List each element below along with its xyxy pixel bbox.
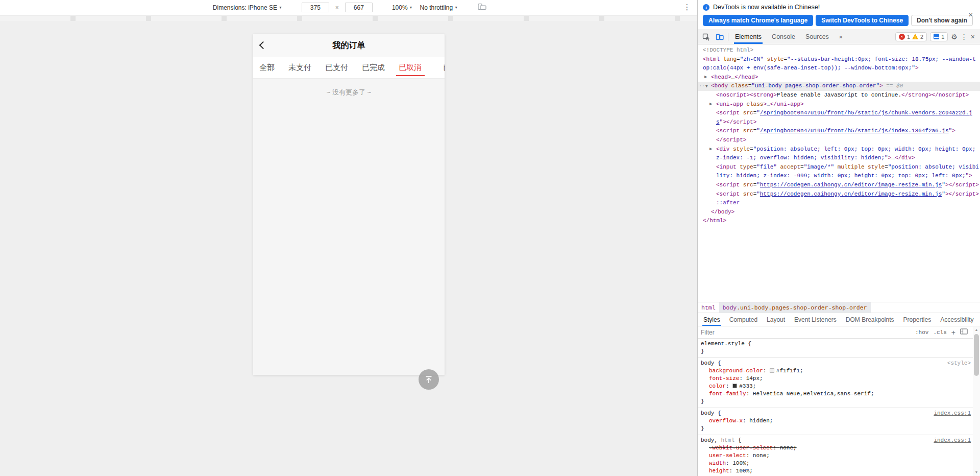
tree-line[interactable]: </html> bbox=[698, 217, 980, 226]
message-count: 1 bbox=[941, 34, 944, 40]
messages-badge[interactable]: 1 bbox=[930, 32, 948, 41]
sidebar-tab[interactable]: Accessibility bbox=[936, 313, 978, 326]
issues-badge[interactable]: × 1 ! 2 bbox=[895, 32, 927, 41]
tree-line[interactable]: ▶<uni-app class>…</uni-app> bbox=[698, 100, 980, 109]
toggle-hover-state[interactable]: :hov bbox=[915, 329, 928, 336]
back-chevron-icon[interactable] bbox=[259, 41, 267, 50]
infobar-message: DevTools is now available in Chinese! bbox=[713, 4, 820, 11]
toggle-element-classes[interactable]: .cls bbox=[933, 329, 946, 336]
viewport-width-input[interactable] bbox=[302, 3, 329, 12]
sidebar-tab[interactable]: Styles bbox=[699, 313, 725, 326]
css-declaration[interactable]: -webkit-user-select: none; bbox=[701, 444, 971, 452]
zoom-select[interactable]: 100% ▼ bbox=[390, 3, 415, 12]
styles-filter-input[interactable] bbox=[701, 329, 911, 336]
device-select[interactable]: Dimensions: iPhone SE ▼ bbox=[211, 3, 284, 12]
tree-line[interactable]: z-index: -1; overflow: hidden; visibilit… bbox=[698, 154, 980, 163]
style-rule[interactable]: body, html {index.css:1-webkit-user-sele… bbox=[698, 435, 980, 475]
elements-tree: <!DOCTYPE html><html lang="zh-CN" style=… bbox=[698, 44, 980, 302]
infobar-close-icon[interactable]: × bbox=[968, 11, 973, 18]
tree-line[interactable]: ▶<head>…</head> bbox=[698, 73, 980, 82]
css-declaration[interactable]: font-family: Helvetica Neue,Helvetica,sa… bbox=[701, 390, 971, 398]
tree-line[interactable]: op:calc(44px + env(safe-area-inset-top))… bbox=[698, 64, 980, 73]
back-to-top-button[interactable] bbox=[419, 369, 439, 390]
viewport-height-input[interactable] bbox=[345, 3, 373, 12]
sidebar-tab[interactable]: Properties bbox=[899, 313, 936, 326]
device-toolbar-toggle-icon[interactable] bbox=[713, 31, 726, 43]
scrollbar-thumb[interactable] bbox=[974, 334, 979, 376]
breadcrumb-item[interactable]: body.uni-body.pages-shop-order-shop-orde… bbox=[719, 302, 871, 313]
css-declaration[interactable]: height: 100%; bbox=[701, 467, 971, 475]
new-style-rule-icon[interactable]: + bbox=[951, 328, 955, 337]
order-tab[interactable]: 已 bbox=[435, 57, 445, 78]
css-declaration[interactable]: background-color: #f1f1f1; bbox=[701, 367, 971, 375]
sidebar-tab[interactable]: DOM Breakpoints bbox=[841, 313, 899, 326]
tree-line[interactable]: <input type="file" accept="image/*" mult… bbox=[698, 163, 980, 172]
sidebar-tab[interactable]: Computed bbox=[725, 313, 762, 326]
chevron-down-icon: ▼ bbox=[279, 6, 282, 9]
zoom-value: 100% bbox=[392, 4, 408, 11]
css-declaration[interactable]: font-size: 14px; bbox=[701, 375, 971, 383]
tree-line[interactable]: <!DOCTYPE html> bbox=[698, 46, 980, 55]
expand-arrow-icon[interactable]: ▶ bbox=[704, 73, 707, 82]
tree-line[interactable]: ▶<div style="position: absolute; left: 0… bbox=[698, 145, 980, 154]
tree-line[interactable]: ···▶<body class="uni-body pages-shop-ord… bbox=[698, 82, 980, 91]
tree-line[interactable]: <script src="/springboot0n47u19u/front/h… bbox=[698, 109, 980, 118]
rotate-icon[interactable] bbox=[477, 3, 486, 12]
devtools-tabbar-tabs: ElementsConsoleSources» bbox=[730, 29, 848, 44]
scroll-down-icon[interactable]: ▼ bbox=[973, 470, 980, 474]
style-rule[interactable]: body {<style>background-color: #f1f1f1;f… bbox=[698, 358, 980, 408]
css-declaration[interactable]: width: 100%; bbox=[701, 460, 971, 467]
devtools-tab[interactable]: Console bbox=[767, 29, 800, 44]
tree-line[interactable]: ::after bbox=[698, 199, 980, 208]
tree-line[interactable]: lity: hidden; z-index: -999; width: 0px;… bbox=[698, 172, 980, 181]
settings-gear-icon[interactable]: ⚙ bbox=[951, 33, 958, 41]
inspect-element-icon[interactable] bbox=[700, 31, 713, 43]
tree-line[interactable]: <script src="/springboot0n47u19u/front/h… bbox=[698, 127, 980, 136]
devtools-panel: i DevTools is now available in Chinese! … bbox=[698, 0, 980, 476]
sidebar-tab[interactable]: Layout bbox=[762, 313, 790, 326]
order-tab[interactable]: 全部 bbox=[259, 57, 275, 78]
device-viewport: 我的订单 全部未支付已支付已完成已取消已 ~ 没有更多了 ~ bbox=[253, 34, 445, 375]
stylesheet-link[interactable]: index.css:1 bbox=[934, 410, 971, 417]
styles-scrollbar[interactable]: ▲ ▼ bbox=[973, 327, 980, 476]
color-swatch[interactable] bbox=[732, 384, 737, 388]
error-icon: × bbox=[899, 34, 905, 40]
css-declaration[interactable]: overflow-x: hidden; bbox=[701, 417, 971, 425]
order-tab[interactable]: 已取消 bbox=[399, 57, 422, 78]
tree-line[interactable]: s"></script> bbox=[698, 118, 980, 127]
infobar-button[interactable]: Don't show again bbox=[911, 15, 973, 26]
devtools-close-icon[interactable]: × bbox=[971, 33, 975, 41]
devtools-tab[interactable]: Sources bbox=[800, 29, 834, 44]
collapse-arrow-icon[interactable]: ▶ bbox=[701, 85, 710, 87]
devtools-tab[interactable]: » bbox=[834, 29, 848, 44]
tree-line[interactable]: <noscript><strong>Please enable JavaScri… bbox=[698, 91, 980, 100]
tree-line[interactable]: <script src="https://codegen.caihongy.cn… bbox=[698, 190, 980, 199]
tree-line[interactable]: </body> bbox=[698, 208, 980, 217]
infobar-button[interactable]: Switch DevTools to Chinese bbox=[816, 15, 909, 26]
stylesheet-link[interactable]: index.css:1 bbox=[934, 437, 971, 444]
tree-line[interactable]: <script src="https://codegen.caihongy.cn… bbox=[698, 181, 980, 190]
expand-arrow-icon[interactable]: ▶ bbox=[709, 100, 712, 109]
style-rule[interactable]: element.style {} bbox=[698, 339, 980, 358]
throttling-select[interactable]: No throttling ▼ bbox=[418, 3, 460, 12]
tree-line[interactable]: <html lang="zh-CN" style="--status-bar-h… bbox=[698, 55, 980, 64]
breadcrumb-item[interactable]: html bbox=[698, 302, 719, 313]
chevron-down-icon: ▼ bbox=[454, 6, 458, 9]
order-tab[interactable]: 已支付 bbox=[325, 57, 348, 78]
expand-arrow-icon[interactable]: ▶ bbox=[709, 145, 712, 154]
sidebar-layout-toggle-icon[interactable] bbox=[960, 328, 968, 336]
order-status-tabs: 全部未支付已支付已完成已取消已 bbox=[253, 57, 445, 79]
style-rule[interactable]: body {index.css:1overflow-x: hidden;} bbox=[698, 408, 980, 435]
order-tab[interactable]: 未支付 bbox=[288, 57, 311, 78]
devtools-tab[interactable]: Elements bbox=[730, 29, 767, 44]
sidebar-tab[interactable]: Event Listeners bbox=[790, 313, 841, 326]
scroll-up-icon[interactable]: ▲ bbox=[973, 328, 980, 331]
css-declaration[interactable]: color: #333; bbox=[701, 383, 971, 390]
emulation-more-menu-icon[interactable]: ⋮ bbox=[683, 3, 691, 12]
order-tab[interactable]: 已完成 bbox=[362, 57, 385, 78]
infobar-button[interactable]: Always match Chrome's language bbox=[703, 15, 813, 26]
css-declaration[interactable]: user-select: none; bbox=[701, 452, 971, 460]
tree-line[interactable]: </script> bbox=[698, 136, 980, 145]
color-swatch[interactable] bbox=[770, 368, 774, 373]
devtools-more-menu-icon[interactable]: ⋮ bbox=[961, 33, 968, 41]
